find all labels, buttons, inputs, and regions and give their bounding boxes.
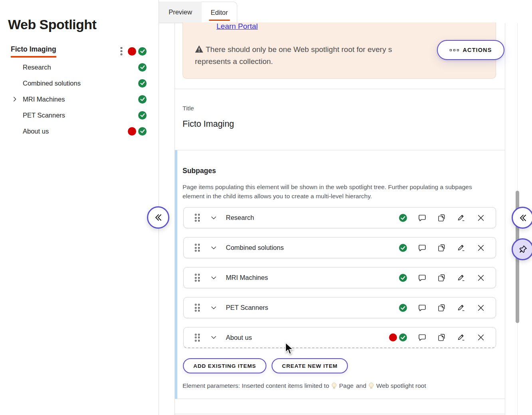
pin-panel-button[interactable] (512, 238, 532, 260)
status-icons (138, 111, 147, 120)
duplicate-icon[interactable] (437, 333, 446, 342)
double-chevron-left-icon (518, 213, 528, 223)
comment-icon[interactable] (418, 213, 427, 222)
duplicate-icon[interactable] (437, 303, 446, 312)
learn-portal-link[interactable]: Learn Portal (216, 22, 258, 31)
title-field-value[interactable]: Ficto Imaging (183, 119, 234, 129)
status-red-icon (128, 127, 136, 136)
status-icons (138, 95, 147, 104)
subpage-item-label[interactable]: About us (226, 334, 252, 341)
subpage-item-label[interactable]: PET Scanners (226, 304, 268, 311)
page-title: Web Spotlight (8, 17, 96, 32)
remove-icon[interactable] (476, 303, 485, 312)
sidebar-item-ficto-imaging[interactable]: Ficto Imaging (0, 43, 159, 59)
sidebar-item-label: Ficto Imaging (11, 45, 56, 58)
status-icons (399, 244, 407, 252)
page-tree: Ficto ImagingResearchCombined solutionsM… (0, 43, 159, 139)
add-existing-items-button[interactable]: ADD EXISTING ITEMS (183, 358, 266, 373)
sidebar-item-mri-machines[interactable]: MRI Machines (0, 91, 159, 107)
subpages-heading: Subpages (183, 167, 216, 175)
status-green-check-icon (399, 333, 407, 341)
remove-icon[interactable] (476, 273, 485, 282)
web-spotlight-screen: Web Spotlight Ficto ImagingResearchCombi… (0, 0, 532, 415)
chevron-down-icon[interactable] (210, 214, 217, 221)
status-green-check-icon (138, 95, 147, 104)
drag-handle-icon[interactable] (195, 304, 200, 311)
status-green-check-icon (138, 63, 147, 72)
row-actions (399, 243, 485, 252)
remove-icon[interactable] (476, 333, 485, 342)
sidebar-item-label: MRI Machines (23, 96, 65, 103)
sidebar-item-label: PET Scanners (23, 112, 65, 119)
edit-icon[interactable] (457, 333, 466, 342)
status-icons (399, 304, 407, 312)
comment-icon[interactable] (418, 243, 427, 252)
section-divider (175, 414, 505, 414)
comment-icon[interactable] (418, 273, 427, 282)
comment-icon[interactable] (418, 333, 427, 342)
warning-line1: There should only be one Web spotlight r… (206, 45, 392, 54)
subpage-item-label[interactable]: MRI Machines (226, 274, 268, 281)
status-icons (138, 79, 147, 88)
drag-handle-icon[interactable] (195, 244, 200, 251)
item-menu-icon[interactable] (121, 47, 122, 55)
row-actions (399, 213, 485, 222)
status-icons (389, 333, 407, 341)
section-divider (175, 150, 505, 150)
sidebar-item-research[interactable]: Research (0, 59, 159, 75)
editor-card-right-border (505, 23, 505, 415)
section-divider (175, 399, 505, 399)
collapse-panel-button[interactable] (512, 207, 532, 229)
collapse-sidebar-button[interactable] (147, 206, 169, 229)
remove-icon[interactable] (476, 243, 485, 252)
status-green-check-icon (399, 214, 407, 222)
status-green-check-icon (138, 127, 147, 136)
chevron-down-icon[interactable] (210, 304, 217, 311)
drag-handle-icon[interactable] (195, 274, 200, 281)
edit-icon[interactable] (457, 243, 466, 252)
lightbulb-icon (369, 383, 374, 389)
status-red-icon (389, 333, 397, 341)
create-new-item-button[interactable]: CREATE NEW ITEM (272, 358, 348, 373)
double-chevron-left-icon (153, 213, 163, 222)
comment-icon[interactable] (418, 303, 427, 312)
remove-icon[interactable] (476, 213, 485, 222)
element-parameters-note: Element parameters: Inserted content ite… (183, 382, 426, 389)
sidebar-item-combined-solutions[interactable]: Combined solutions (0, 75, 159, 91)
status-green-check-icon (399, 244, 407, 252)
status-green-check-icon (399, 274, 407, 282)
sidebar-item-pet-scanners[interactable]: PET Scanners (0, 107, 159, 123)
chevron-down-icon[interactable] (210, 334, 217, 341)
drag-handle-icon[interactable] (195, 334, 200, 341)
sidebar-item-label: Research (23, 64, 51, 71)
tab-editor-label: Editor (210, 9, 228, 16)
chevron-down-icon[interactable] (210, 244, 217, 251)
edit-icon[interactable] (457, 213, 466, 222)
status-green-check-icon (138, 111, 147, 120)
status-icons (128, 47, 147, 56)
subpage-item-label[interactable]: Research (226, 214, 254, 221)
tab-editor[interactable]: Editor (202, 2, 237, 23)
content-type-web-spotlight-root: Web spotlight root (376, 382, 426, 389)
sidebar-item-about-us[interactable]: About us (0, 123, 159, 139)
duplicate-icon[interactable] (437, 213, 446, 222)
tab-preview-label: Preview (169, 8, 192, 16)
tab-preview[interactable]: Preview (159, 2, 202, 23)
duplicate-icon[interactable] (437, 273, 446, 282)
row-actions (399, 303, 485, 312)
expand-chevron-icon[interactable] (12, 96, 23, 102)
chevron-down-icon[interactable] (210, 274, 217, 281)
drag-handle-icon[interactable] (195, 214, 200, 221)
edit-icon[interactable] (457, 303, 466, 312)
subpages-description: Page items populating this element will … (183, 182, 486, 201)
edit-icon[interactable] (457, 273, 466, 282)
status-green-check-icon (399, 304, 407, 312)
actions-button[interactable]: ACTIONS (437, 40, 504, 60)
subpage-row-pet-scanners: PET Scanners (183, 297, 496, 318)
element-parameters-text: Element parameters: Inserted content ite… (183, 382, 329, 389)
subpage-item-label[interactable]: Combined solutions (226, 244, 284, 251)
status-green-check-icon (138, 79, 147, 88)
content-type-page: Page (339, 382, 353, 389)
duplicate-icon[interactable] (437, 243, 446, 252)
sidebar-item-label: Combined solutions (23, 80, 81, 87)
